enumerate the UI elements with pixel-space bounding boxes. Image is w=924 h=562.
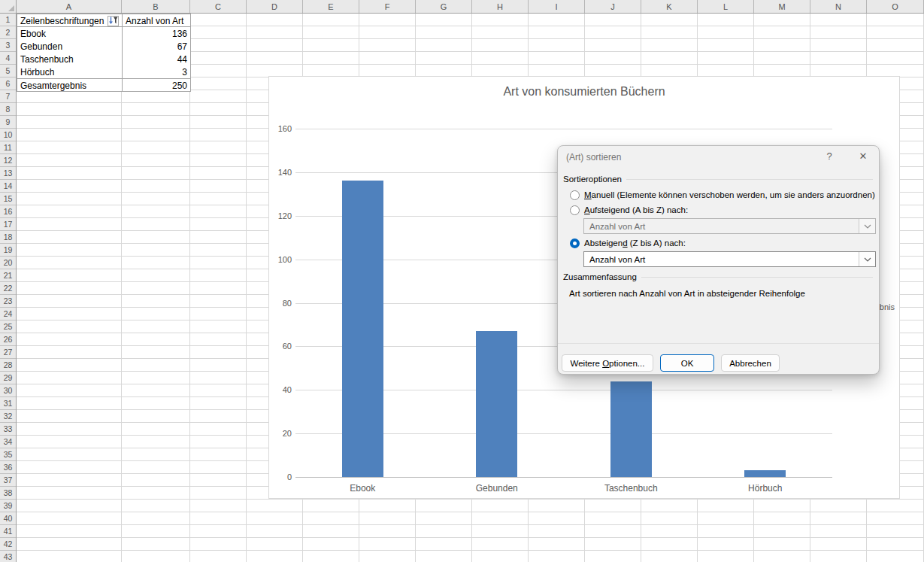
row-header-23[interactable]: 23 <box>0 295 16 308</box>
pivot-total-row[interactable]: Gesamtergebnis 250 <box>17 78 190 91</box>
row-header-21[interactable]: 21 <box>0 269 16 282</box>
y-axis-tick-label: 20 <box>271 429 292 438</box>
row-header-28[interactable]: 28 <box>0 359 16 372</box>
chevron-down-icon[interactable] <box>859 252 875 266</box>
row-header-41[interactable]: 41 <box>0 525 16 538</box>
descending-field-dropdown[interactable]: Anzahl von Art <box>583 251 876 267</box>
radio-ascending[interactable]: Aufsteigend (A bis Z) nach: <box>570 204 874 216</box>
row-header-38[interactable]: 38 <box>0 487 16 500</box>
pivot-total-label[interactable]: Gesamtergebnis <box>17 79 123 92</box>
column-header-N[interactable]: N <box>810 0 867 13</box>
pivot-total-value[interactable]: 250 <box>123 79 190 92</box>
column-header-H[interactable]: H <box>472 0 529 13</box>
column-header-M[interactable]: M <box>754 0 810 13</box>
chevron-down-icon <box>859 219 875 233</box>
table-row: Gebunden67 <box>17 40 190 53</box>
row-header-42[interactable]: 42 <box>0 538 16 551</box>
row-header-5[interactable]: 5 <box>0 65 16 77</box>
row-header-35[interactable]: 35 <box>0 448 16 461</box>
row-header-26[interactable]: 26 <box>0 333 16 346</box>
pivot-row-value[interactable]: 3 <box>123 65 190 78</box>
column-header-J[interactable]: J <box>585 0 641 13</box>
radio-manual-icon[interactable] <box>570 190 580 200</box>
row-header-40[interactable]: 40 <box>0 512 16 525</box>
pivot-row-label[interactable]: Hörbuch <box>17 65 123 78</box>
row-header-6[interactable]: 6 <box>0 77 16 90</box>
column-header-C[interactable]: C <box>190 0 247 13</box>
x-axis-category-label: Taschenbuch <box>564 483 698 494</box>
bar-taschenbuch[interactable] <box>610 381 652 477</box>
row-header-14[interactable]: 14 <box>0 180 16 193</box>
pivot-row-label[interactable]: Taschenbuch <box>17 53 123 65</box>
y-axis-tick-label: 0 <box>271 472 292 481</box>
row-header-19[interactable]: 19 <box>0 244 16 257</box>
radio-manual[interactable]: Manuell (Elemente können verschoben werd… <box>570 189 874 201</box>
row-header-1[interactable]: 1 <box>0 14 16 26</box>
pivot-row-label[interactable]: Gebunden <box>17 40 123 53</box>
column-header-D[interactable]: D <box>247 0 303 13</box>
row-header-17[interactable]: 17 <box>0 218 16 231</box>
column-header-F[interactable]: F <box>359 0 416 13</box>
y-axis-tick-label: 140 <box>271 168 292 177</box>
row-header-10[interactable]: 10 <box>0 129 16 141</box>
row-header-8[interactable]: 8 <box>0 103 16 116</box>
radio-descending[interactable]: Absteigend (Z bis A) nach: <box>570 237 874 249</box>
row-header-12[interactable]: 12 <box>0 154 16 167</box>
row-header-7[interactable]: 7 <box>0 90 16 103</box>
pivot-row-label[interactable]: Ebook <box>17 27 123 40</box>
row-header-9[interactable]: 9 <box>0 116 16 129</box>
row-header-15[interactable]: 15 <box>0 193 16 205</box>
excel-window: ABCDEFGHIJKLMNO 123456789101112131415161… <box>0 0 924 562</box>
row-header-16[interactable]: 16 <box>0 205 16 218</box>
column-header-L[interactable]: L <box>698 0 754 13</box>
row-header-29[interactable]: 29 <box>0 372 16 384</box>
row-header-24[interactable]: 24 <box>0 308 16 320</box>
row-header-4[interactable]: 4 <box>0 52 16 65</box>
pivot-table: Zeilenbeschriftungen Anzahl von Art Eboo… <box>17 14 191 92</box>
bar-hörbuch[interactable] <box>744 470 786 477</box>
bar-ebook[interactable] <box>342 181 383 477</box>
column-header-K[interactable]: K <box>641 0 698 13</box>
row-header-39[interactable]: 39 <box>0 500 16 512</box>
column-header-G[interactable]: G <box>416 0 472 13</box>
pivot-row-labels-header[interactable]: Zeilenbeschriftungen <box>17 14 123 27</box>
row-header-20[interactable]: 20 <box>0 257 16 269</box>
more-options-button[interactable]: Weitere Optionen... <box>562 354 653 372</box>
row-header-2[interactable]: 2 <box>0 26 16 39</box>
radio-descending-icon-selected[interactable] <box>570 238 580 248</box>
column-header-O[interactable]: O <box>867 0 924 13</box>
ok-button[interactable]: OK <box>660 354 714 372</box>
pivot-row-value[interactable]: 44 <box>123 53 190 65</box>
row-header-37[interactable]: 37 <box>0 474 16 487</box>
pivot-row-value[interactable]: 136 <box>123 27 190 40</box>
row-header-34[interactable]: 34 <box>0 436 16 448</box>
row-header-25[interactable]: 25 <box>0 320 16 333</box>
row-header-11[interactable]: 11 <box>0 141 16 154</box>
column-header-E[interactable]: E <box>303 0 359 13</box>
column-header-B[interactable]: B <box>122 0 190 13</box>
bar-gebunden[interactable] <box>476 331 517 477</box>
radio-ascending-icon[interactable] <box>570 205 580 215</box>
help-icon[interactable]: ? <box>823 150 835 162</box>
gridline <box>17 499 924 500</box>
column-header-A[interactable]: A <box>17 0 122 13</box>
row-header-36[interactable]: 36 <box>0 461 16 474</box>
cancel-button[interactable]: Abbrechen <box>721 354 780 372</box>
column-header-I[interactable]: I <box>529 0 585 13</box>
row-header-43[interactable]: 43 <box>0 551 16 562</box>
select-all-corner[interactable] <box>0 0 17 14</box>
pivot-row-value[interactable]: 67 <box>123 40 190 53</box>
row-header-13[interactable]: 13 <box>0 167 16 180</box>
row-header-3[interactable]: 3 <box>0 39 16 52</box>
row-header-18[interactable]: 18 <box>0 231 16 244</box>
row-header-32[interactable]: 32 <box>0 410 16 423</box>
close-icon[interactable]: ✕ <box>856 150 870 162</box>
row-header-33[interactable]: 33 <box>0 423 16 436</box>
row-header-30[interactable]: 30 <box>0 384 16 397</box>
pivot-values-header[interactable]: Anzahl von Art <box>123 14 190 27</box>
row-header-22[interactable]: 22 <box>0 282 16 295</box>
row-header-27[interactable]: 27 <box>0 346 16 359</box>
radio-ascending-label: Aufsteigend (A bis Z) nach: <box>584 205 688 214</box>
row-header-31[interactable]: 31 <box>0 397 16 410</box>
sort-filter-icon[interactable] <box>108 16 119 26</box>
